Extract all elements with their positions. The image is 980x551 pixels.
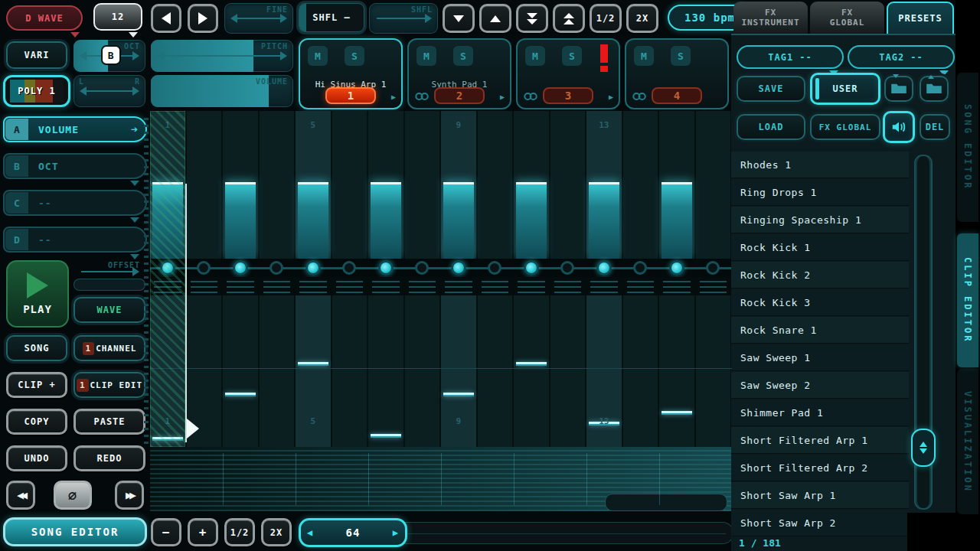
offset-step[interactable] <box>368 259 403 277</box>
step-right-button[interactable] <box>188 4 218 33</box>
offset-dot[interactable] <box>669 260 684 276</box>
step-column[interactable] <box>332 111 368 259</box>
copy-button[interactable]: COPY <box>6 409 67 435</box>
oct-marker[interactable] <box>371 434 401 438</box>
offset-dot[interactable] <box>451 260 466 276</box>
preset-list-item[interactable]: Rhodes 1 <box>731 152 909 178</box>
paste-button[interactable]: PASTE <box>74 409 145 435</box>
step-column[interactable] <box>550 111 586 259</box>
preset-list-item[interactable]: Rock Kick 3 <box>731 289 909 316</box>
preview-button[interactable] <box>883 111 915 143</box>
offset-dot[interactable] <box>560 261 574 275</box>
lane-select-d[interactable]: D -- <box>3 227 147 253</box>
clip-add-button[interactable]: CLIP + <box>6 372 67 398</box>
offset-dot[interactable] <box>378 260 394 276</box>
tempo-double-button[interactable]: 2X <box>626 4 658 33</box>
tag2-dropdown[interactable]: TAG2 -- <box>848 45 955 69</box>
song-editor-button[interactable]: SONG EDITOR <box>3 517 147 546</box>
solo-button[interactable]: S <box>562 46 582 66</box>
step-column[interactable] <box>623 295 658 447</box>
tab-presets[interactable]: PRESETS <box>887 2 954 34</box>
pitch-slider[interactable]: PITCH <box>151 40 293 72</box>
offset-dot[interactable] <box>197 261 211 275</box>
preset-list-item[interactable]: Saw Sweep 2 <box>731 372 909 399</box>
length-half-button[interactable]: 1/2 <box>224 518 255 546</box>
oct-marker[interactable] <box>225 393 256 396</box>
offset-step[interactable] <box>586 259 622 277</box>
step-column[interactable]: 9 <box>441 295 476 447</box>
volume-bar[interactable] <box>589 182 619 259</box>
offset-slider-track[interactable] <box>74 279 145 291</box>
pan-slider[interactable]: L R <box>74 75 145 107</box>
step-column[interactable]: 13 <box>586 111 622 259</box>
fx-global-save-button[interactable]: FX GLOBAL <box>810 114 880 140</box>
offset-dot[interactable] <box>633 261 647 275</box>
step-column[interactable] <box>368 111 403 259</box>
offset-slider[interactable]: OFFSET <box>74 259 145 277</box>
link-icon[interactable] <box>414 91 430 102</box>
poly-button[interactable]: POLY 1 <box>3 75 70 107</box>
offset-step[interactable] <box>550 259 586 277</box>
step-column[interactable] <box>260 111 295 259</box>
volume-bar[interactable] <box>443 182 474 259</box>
step-column[interactable] <box>696 111 731 259</box>
offset-step[interactable] <box>332 259 368 277</box>
offset-step[interactable] <box>296 259 331 277</box>
tab-fx-global[interactable]: FX GLOBAL <box>810 2 884 34</box>
zoom-in-button[interactable]: + <box>188 518 218 546</box>
channel-number-badge[interactable]: 2 <box>434 87 485 104</box>
double-up-button[interactable] <box>553 4 585 33</box>
volume-bar[interactable] <box>516 182 547 259</box>
pattern-length-handle[interactable]: ◀ 64 ▶ <box>299 518 407 547</box>
preset-list-item[interactable]: Ring Drops 1 <box>731 179 909 206</box>
offset-step[interactable] <box>696 259 731 277</box>
step-column[interactable]: 9 <box>441 111 476 259</box>
step-column[interactable] <box>223 111 258 259</box>
volume-bar[interactable] <box>298 182 328 259</box>
preset-list-item[interactable]: Rock Kick 2 <box>731 262 909 289</box>
offset-step[interactable] <box>623 259 658 277</box>
offset-step[interactable] <box>405 259 440 277</box>
offset-dot[interactable] <box>596 260 612 276</box>
wave-count-button[interactable]: 12 <box>93 3 142 31</box>
offset-dot[interactable] <box>488 261 501 275</box>
channel-next-icon[interactable]: ▶ <box>500 93 505 101</box>
oct-marker[interactable] <box>662 411 692 415</box>
shuffle-slider[interactable]: SHFL <box>369 3 438 34</box>
channel-strip-4[interactable]: M S 4 <box>625 38 729 109</box>
step-column[interactable] <box>260 295 295 447</box>
step-column[interactable]: 5 <box>296 111 331 259</box>
preset-list-item[interactable]: Short Saw Arp 2 <box>731 510 909 536</box>
offset-step[interactable] <box>441 259 476 277</box>
offset-dot[interactable] <box>706 261 720 275</box>
channel-strip-1[interactable]: M S Hi Sinus Arp 1 1 ▶ <box>299 38 403 109</box>
volume-lane[interactable]: 15913 <box>150 111 732 259</box>
volume-bar[interactable] <box>225 182 256 259</box>
channel-next-icon[interactable]: ▶ <box>391 93 396 101</box>
folder-export-button[interactable] <box>920 76 949 102</box>
side-tab-song-editor[interactable]: SONG EDITOR <box>957 73 978 222</box>
preset-list-item[interactable]: Saw Sweep 1 <box>731 344 909 371</box>
preset-list-item[interactable]: Ringing Spaceship 1 <box>731 207 909 233</box>
step-column[interactable] <box>623 111 658 259</box>
clip-edit-button[interactable]: 1 CLIP EDIT <box>74 372 145 398</box>
offset-dot[interactable] <box>524 260 539 276</box>
offset-dot[interactable] <box>305 260 321 276</box>
octave-up-button[interactable] <box>479 4 511 33</box>
volume-bar[interactable] <box>371 182 401 259</box>
octave-down-button[interactable] <box>443 4 475 33</box>
tempo-half-button[interactable]: 1/2 <box>590 4 622 33</box>
offset-step[interactable] <box>223 259 258 277</box>
step-column[interactable]: 13 <box>586 295 622 447</box>
fine-slider[interactable]: FINE <box>224 3 293 34</box>
mute-button[interactable]: M <box>416 46 436 66</box>
channel-number-badge[interactable]: 1 <box>325 87 376 104</box>
preset-list-item[interactable]: Rock Kick 1 <box>731 234 909 261</box>
offset-dot[interactable] <box>233 260 248 276</box>
oct-marker[interactable] <box>516 362 547 366</box>
volume-slider[interactable]: VOLUME <box>151 75 293 107</box>
offset-step[interactable] <box>260 259 295 277</box>
channel-strip-2[interactable]: M S Synth Pad 1 2 ▶ <box>407 38 511 109</box>
length-double-button[interactable]: 2X <box>261 518 292 546</box>
offset-dot[interactable] <box>270 261 283 275</box>
